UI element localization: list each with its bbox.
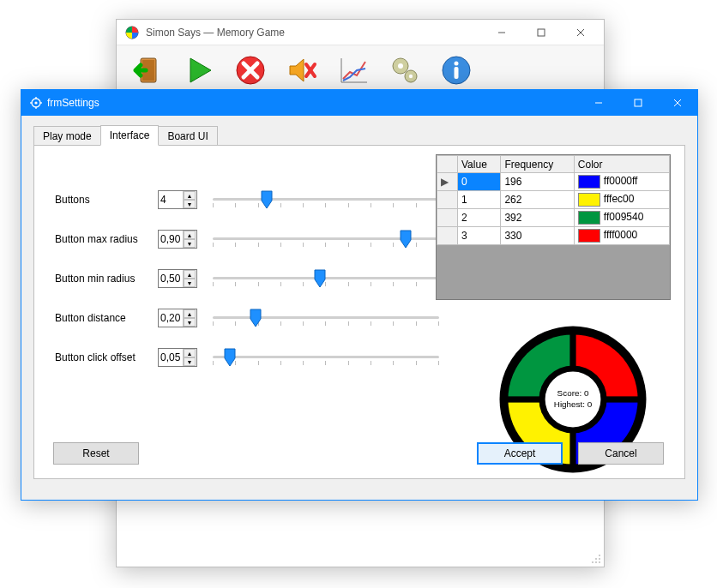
svg-text:Score: 0: Score: 0: [557, 388, 589, 398]
spinner-buttons[interactable]: ▲▼: [158, 190, 197, 209]
cell-frequency[interactable]: 262: [501, 191, 574, 209]
svg-rect-34: [635, 99, 642, 106]
spinner-distance[interactable]: ▲▼: [158, 309, 197, 327]
tabpanel-interface: Buttons ▲▼ Button max radius: [33, 145, 685, 479]
svg-point-22: [595, 558, 597, 560]
table-row[interactable]: 3330ffff0000: [437, 227, 670, 245]
spin-down[interactable]: ▼: [184, 279, 196, 287]
reset-button[interactable]: Reset: [53, 442, 139, 465]
spin-up[interactable]: ▲: [184, 270, 196, 279]
settings-minimize-button[interactable]: [579, 91, 618, 115]
spinner-min-radius[interactable]: ▲▼: [158, 269, 197, 288]
svg-text:Highest: 0: Highest: 0: [554, 399, 593, 409]
main-toolbar: [117, 45, 604, 95]
spin-down[interactable]: ▼: [184, 318, 196, 327]
toolbar-stop[interactable]: [225, 47, 276, 93]
slider-thumb[interactable]: [261, 190, 273, 209]
app-icon: [125, 26, 139, 39]
toolbar-mute[interactable]: [276, 47, 328, 93]
row-header[interactable]: [437, 227, 458, 245]
main-title: Simon Says — Memory Game: [146, 27, 482, 39]
tab-interface[interactable]: Interface: [100, 125, 160, 146]
table-row[interactable]: 2392ff009540: [437, 209, 670, 227]
color-grid[interactable]: Value Frequency Color ▶0196ff0000ff1262f…: [436, 154, 671, 300]
spinner-click-offset[interactable]: ▲▼: [158, 348, 197, 367]
slider-group: Buttons ▲▼ Button max radius: [55, 180, 449, 377]
toolbar-play[interactable]: [173, 47, 225, 93]
accept-button[interactable]: Accept: [477, 442, 563, 465]
resize-grip[interactable]: [589, 552, 601, 564]
row-click-offset: Button click offset ▲▼: [55, 338, 449, 377]
settings-titlebar: frmSettings: [21, 90, 697, 116]
minimize-button[interactable]: [482, 21, 521, 45]
spin-up[interactable]: ▲: [184, 191, 196, 200]
spin-up[interactable]: ▲: [184, 231, 196, 239]
settings-maximize-button[interactable]: [618, 91, 658, 115]
cell-value[interactable]: 1: [458, 191, 501, 209]
cell-color[interactable]: ff009540: [574, 209, 669, 227]
spin-up[interactable]: ▲: [184, 309, 196, 318]
slider-min-radius[interactable]: [213, 267, 439, 291]
grid-col-value[interactable]: Value: [458, 156, 501, 173]
dialog-button-row: Reset Accept Cancel: [53, 442, 664, 465]
cell-frequency[interactable]: 330: [501, 227, 574, 245]
table-row[interactable]: ▶0196ff0000ff: [437, 173, 670, 191]
input-max-radius[interactable]: [159, 231, 183, 247]
input-distance[interactable]: [159, 310, 183, 326]
settings-title: frmSettings: [47, 97, 579, 109]
svg-point-17: [409, 74, 413, 77]
grid-col-color[interactable]: Color: [574, 156, 669, 173]
settings-close-button[interactable]: [658, 91, 697, 115]
svg-point-25: [595, 561, 597, 563]
label-min-radius: Button min radius: [55, 273, 158, 285]
slider-click-offset[interactable]: [213, 345, 439, 369]
cell-color[interactable]: ffff0000: [574, 227, 669, 245]
input-click-offset[interactable]: [159, 350, 183, 365]
swatch-icon: [578, 175, 600, 189]
label-click-offset: Button click offset: [55, 351, 158, 363]
grid-col-frequency[interactable]: Frequency: [501, 156, 574, 173]
slider-max-radius[interactable]: [213, 227, 439, 251]
toolbar-exit[interactable]: [122, 47, 173, 93]
slider-thumb[interactable]: [314, 269, 326, 288]
tab-boardui[interactable]: Board UI: [158, 126, 217, 146]
cell-value[interactable]: 0: [458, 173, 501, 191]
settings-body: Play mode Interface Board UI Buttons ▲▼: [21, 116, 697, 500]
spin-down[interactable]: ▼: [184, 200, 196, 208]
slider-thumb[interactable]: [224, 348, 236, 367]
input-buttons[interactable]: [159, 192, 183, 207]
swatch-icon: [578, 193, 600, 207]
toolbar-about[interactable]: [431, 47, 482, 93]
cancel-button[interactable]: Cancel: [578, 442, 664, 465]
slider-buttons[interactable]: [213, 188, 439, 212]
tab-playmode[interactable]: Play mode: [33, 126, 101, 146]
slider-thumb[interactable]: [400, 230, 412, 249]
input-min-radius[interactable]: [159, 271, 183, 286]
row-header[interactable]: [437, 191, 458, 209]
spin-down[interactable]: ▼: [184, 239, 196, 248]
row-max-radius: Button max radius ▲▼: [55, 219, 449, 259]
label-distance: Button distance: [55, 312, 158, 324]
slider-thumb[interactable]: [250, 309, 262, 327]
row-header[interactable]: [437, 209, 458, 227]
cell-frequency[interactable]: 392: [501, 209, 574, 227]
cell-frequency[interactable]: 196: [501, 173, 574, 191]
cell-value[interactable]: 3: [458, 227, 501, 245]
toolbar-stats[interactable]: [328, 47, 379, 93]
maximize-button[interactable]: [521, 21, 561, 45]
cell-value[interactable]: 2: [458, 209, 501, 227]
toolbar-settings[interactable]: [379, 47, 431, 93]
cell-color[interactable]: ff0000ff: [574, 173, 669, 191]
slider-distance[interactable]: [213, 306, 439, 330]
spinner-max-radius[interactable]: ▲▼: [158, 230, 197, 249]
svg-point-28: [34, 101, 37, 104]
grid-header-row: Value Frequency Color: [437, 156, 670, 173]
row-header[interactable]: ▶: [437, 173, 458, 191]
spin-down[interactable]: ▼: [184, 357, 196, 366]
table-row[interactable]: 1262fffec00: [437, 191, 670, 209]
svg-rect-2: [538, 29, 545, 36]
close-button[interactable]: [561, 21, 600, 45]
spin-up[interactable]: ▲: [184, 349, 196, 357]
cell-color[interactable]: fffec00: [574, 191, 669, 209]
settings-window: frmSettings Play mode Interface Board UI…: [21, 89, 698, 501]
